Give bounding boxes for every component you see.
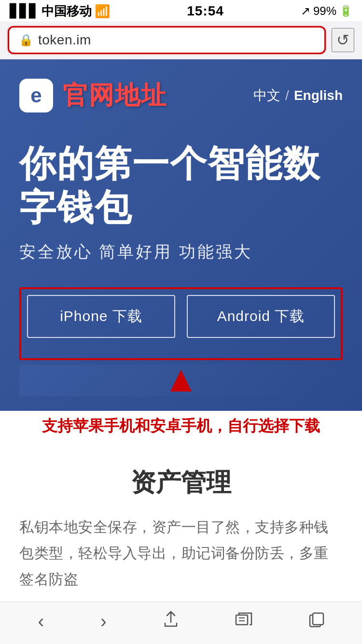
status-left: ▋▋▋ 中国移动 📶: [10, 3, 110, 20]
refresh-button[interactable]: ↺: [332, 28, 354, 52]
lang-english[interactable]: English: [294, 88, 343, 103]
page-header: e 官网地址 中文 / English: [19, 79, 343, 112]
back-button[interactable]: ‹: [30, 608, 52, 635]
address-bar[interactable]: 🔒 token.im: [8, 26, 326, 54]
hero-title: 你的第一个智能数字钱包: [19, 141, 343, 229]
language-switcher: 中文 / English: [253, 86, 343, 105]
status-right: ↗ 99% 🔋: [301, 4, 352, 18]
carrier-name: 中国移动: [42, 3, 92, 20]
status-bar: ▋▋▋ 中国移动 📶 15:54 ↗ 99% 🔋: [0, 0, 362, 21]
wifi-icon: 📶: [95, 4, 110, 19]
browser-bar: 🔒 token.im ↺: [0, 21, 362, 59]
arrow-up-icon: [170, 370, 192, 392]
bookmarks-button[interactable]: [227, 608, 260, 635]
svg-rect-0: [236, 615, 248, 625]
section-description: 私钥本地安全保存，资产一目了然，支持多种钱包类型，轻松导入导出，助记词备份防丢，…: [19, 514, 343, 592]
location-icon: ↗: [301, 4, 310, 18]
signal-bars: ▋▋▋: [10, 4, 39, 19]
url-text: token.im: [38, 32, 91, 48]
status-time: 15:54: [187, 3, 224, 19]
logo-letter: e: [30, 84, 42, 107]
iphone-download-button[interactable]: iPhone 下载: [27, 295, 175, 338]
section-title: 资产管理: [19, 466, 343, 500]
forward-button[interactable]: ›: [93, 608, 114, 635]
logo-area: e 官网地址: [19, 79, 167, 112]
android-download-button[interactable]: Android 下载: [187, 295, 335, 338]
battery-icon: 🔋: [339, 5, 352, 17]
battery-percentage: 99%: [313, 4, 336, 18]
tabs-button[interactable]: [301, 608, 332, 635]
main-content: e 官网地址 中文 / English 你的第一个智能数字钱包 安全放心 简单好…: [0, 59, 362, 411]
hero-subtitle: 安全放心 简单好用 功能强大: [19, 241, 343, 263]
lang-chinese[interactable]: 中文: [253, 86, 280, 105]
hero-section: 你的第一个智能数字钱包 安全放心 简单好用 功能强大: [19, 141, 343, 263]
bottom-navigation: ‹ ›: [0, 602, 362, 644]
arrow-annotation: [19, 365, 343, 396]
lang-divider: /: [285, 88, 289, 103]
asset-section: 资产管理 私钥本地安全保存，资产一目了然，支持多种钱包类型，轻松导入导出，助记词…: [0, 447, 362, 607]
annotation-text: 支持苹果手机和安卓手机，自行选择下载: [0, 411, 362, 447]
download-buttons-wrapper: iPhone 下载 Android 下载: [19, 287, 343, 360]
lock-icon: 🔒: [19, 33, 33, 47]
share-button[interactable]: [155, 608, 186, 635]
app-logo: e: [19, 79, 53, 112]
site-title: 官网地址: [63, 79, 167, 112]
svg-rect-4: [313, 613, 323, 625]
download-buttons: iPhone 下载 Android 下载: [27, 295, 335, 338]
